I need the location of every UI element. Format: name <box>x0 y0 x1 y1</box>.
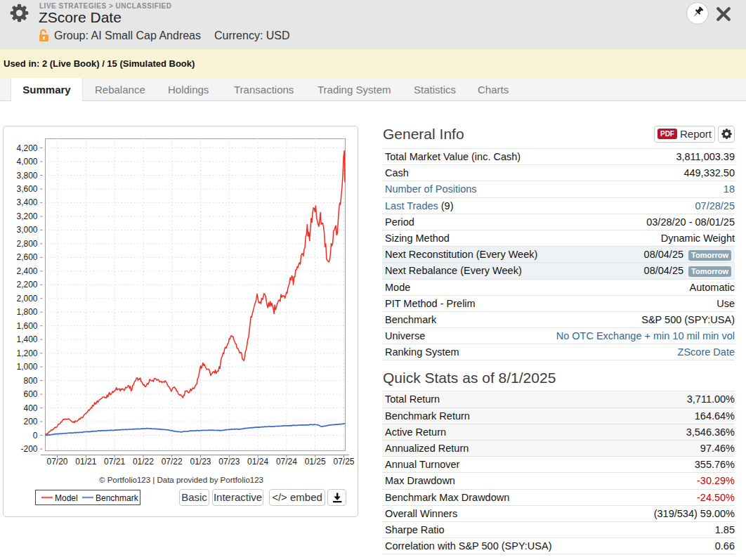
svg-text:800: 800 <box>23 376 37 386</box>
svg-text:07/25: 07/25 <box>333 457 354 467</box>
svg-text:07/23: 07/23 <box>218 457 240 467</box>
svg-text:3,600: 3,600 <box>16 184 37 194</box>
svg-text:2,600: 2,600 <box>16 252 37 262</box>
svg-text:01/23: 01/23 <box>190 457 211 467</box>
svg-text:07/24: 07/24 <box>276 457 297 467</box>
svg-text:01/22: 01/22 <box>133 457 154 467</box>
svg-text:1,000: 1,000 <box>16 362 37 372</box>
svg-text:Benchmark: Benchmark <box>96 493 139 503</box>
svg-text:400: 400 <box>23 403 37 413</box>
svg-text:07/22: 07/22 <box>162 457 183 467</box>
svg-text:3,000: 3,000 <box>16 225 37 235</box>
svg-text:200: 200 <box>23 417 37 426</box>
svg-text:3,400: 3,400 <box>16 197 37 207</box>
svg-text:07/21: 07/21 <box>104 457 125 467</box>
svg-text:3,800: 3,800 <box>16 171 37 181</box>
svg-text:600: 600 <box>23 389 37 399</box>
svg-text:1,200: 1,200 <box>16 349 37 358</box>
svg-text:0: 0 <box>33 431 38 441</box>
svg-text:01/24: 01/24 <box>247 457 268 467</box>
svg-text:07/20: 07/20 <box>46 457 67 467</box>
svg-text:1,600: 1,600 <box>16 321 37 331</box>
svg-text:2,000: 2,000 <box>16 294 37 304</box>
svg-text:4,000: 4,000 <box>16 157 37 167</box>
svg-text:1,800: 1,800 <box>16 307 37 317</box>
svg-text:© Portfolio123 | Data provided: © Portfolio123 | Data provided by Portfo… <box>99 476 263 484</box>
svg-text:Model: Model <box>55 493 78 503</box>
svg-text:2,400: 2,400 <box>16 266 37 276</box>
svg-text:2,800: 2,800 <box>16 239 37 249</box>
svg-text:-200: -200 <box>20 444 37 454</box>
svg-text:4,200: 4,200 <box>16 143 37 153</box>
svg-text:2,200: 2,200 <box>16 280 37 289</box>
svg-text:3,200: 3,200 <box>16 211 37 221</box>
svg-text:01/21: 01/21 <box>75 457 96 467</box>
svg-text:1,400: 1,400 <box>16 334 37 344</box>
svg-text:01/25: 01/25 <box>305 457 326 467</box>
